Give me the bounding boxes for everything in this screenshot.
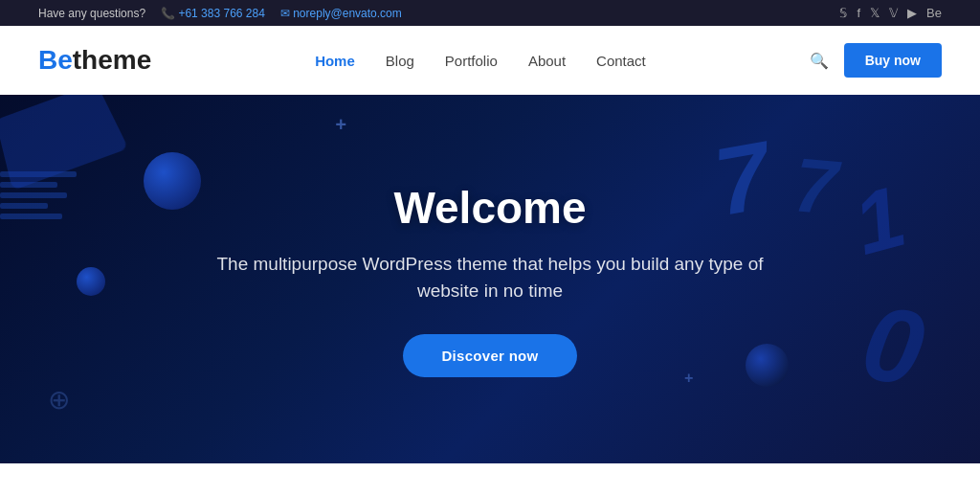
youtube-icon[interactable]: ▶ bbox=[907, 6, 917, 20]
social-icons: 𝕊 f 𝕏 𝕍 ▶ Be bbox=[839, 6, 942, 20]
hero-subtitle: The multipurpose WordPress theme that he… bbox=[193, 251, 787, 305]
nav-right: 🔍 Buy now bbox=[810, 43, 942, 78]
behance-icon[interactable]: Be bbox=[926, 6, 942, 20]
top-bar: Have any questions? 📞 +61 383 766 284 ✉ … bbox=[0, 0, 980, 26]
hero-content: Welcome The multipurpose WordPress theme… bbox=[155, 182, 825, 377]
logo-theme: theme bbox=[73, 45, 151, 76]
hero-section: 7 7 1 0 + + ⊕ Welcome The multipurpose W… bbox=[0, 95, 980, 463]
nav-about[interactable]: About bbox=[528, 53, 566, 69]
nav-portfolio[interactable]: Portfolio bbox=[445, 53, 498, 69]
search-icon[interactable]: 🔍 bbox=[810, 52, 829, 70]
twitter-icon[interactable]: 𝕏 bbox=[870, 6, 880, 20]
deco-plus-1: + bbox=[335, 114, 346, 136]
deco-number-0: 0 bbox=[854, 281, 932, 411]
buy-now-button[interactable]: Buy now bbox=[844, 43, 942, 78]
deco-number-1: 1 bbox=[843, 167, 915, 274]
main-nav: Home Blog Portfolio About Contact bbox=[315, 53, 646, 69]
top-bar-left: Have any questions? 📞 +61 383 766 284 ✉ … bbox=[38, 7, 402, 20]
question-text: Have any questions? bbox=[38, 7, 145, 20]
nav-home[interactable]: Home bbox=[315, 53, 355, 69]
phone-number[interactable]: 📞 +61 383 766 284 bbox=[161, 7, 265, 20]
nav-contact[interactable]: Contact bbox=[596, 53, 646, 69]
header: Betheme Home Blog Portfolio About Contac… bbox=[0, 26, 980, 95]
skype-icon[interactable]: 𝕊 bbox=[839, 6, 847, 20]
deco-sphere-2 bbox=[77, 267, 105, 296]
nav-blog[interactable]: Blog bbox=[386, 53, 414, 69]
logo-be: Be bbox=[38, 45, 73, 76]
email-address[interactable]: ✉ noreply@envato.com bbox=[280, 7, 402, 20]
hero-title: Welcome bbox=[193, 182, 787, 234]
discover-now-button[interactable]: Discover now bbox=[403, 334, 576, 377]
facebook-icon[interactable]: f bbox=[857, 6, 860, 20]
deco-tablet bbox=[0, 95, 128, 191]
deco-skype: ⊕ bbox=[48, 384, 70, 416]
logo[interactable]: Betheme bbox=[38, 45, 151, 76]
vimeo-icon[interactable]: 𝕍 bbox=[889, 6, 898, 20]
